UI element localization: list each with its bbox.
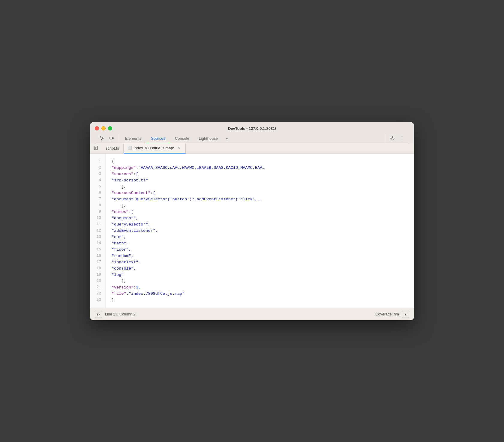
nav-left-icons <box>95 134 119 142</box>
code-line: "log" <box>112 272 414 278</box>
line-number: 11 <box>90 221 105 228</box>
title-bar: DevTools - 127.0.0.1:8081/ Elements <box>90 122 414 143</box>
file-icon: ⬜ <box>128 146 132 150</box>
minimize-button[interactable] <box>101 126 106 130</box>
code-line: "innerText", <box>112 259 414 265</box>
code-line: "file":"index.7808df6e.js.map" <box>112 291 414 297</box>
code-line: "document", <box>112 215 414 221</box>
tab-lighthouse[interactable]: Lighthouse <box>194 134 223 143</box>
menu-icon <box>400 136 404 141</box>
svg-rect-1 <box>112 138 113 139</box>
code-line: "num", <box>112 234 414 240</box>
traffic-lights <box>95 126 112 130</box>
cursor-icon <box>100 136 104 141</box>
line-number: 6 <box>90 190 105 196</box>
device-icon-btn[interactable] <box>107 134 116 142</box>
nav-right-icons <box>385 134 409 142</box>
line-number: 3 <box>90 171 105 177</box>
file-tab-script-ts[interactable]: script.ts <box>101 144 124 153</box>
code-line: "version":3, <box>112 284 414 291</box>
code-line: "querySelector", <box>112 221 414 228</box>
menu-button[interactable] <box>398 134 406 142</box>
code-line: "document.querySelector('button')?.addEv… <box>112 196 414 202</box>
svg-rect-0 <box>110 137 112 139</box>
line-number: 2 <box>90 165 105 171</box>
file-tabs: script.ts ⬜ index.7808df6e.js.map* ✕ <box>90 143 414 154</box>
code-line: "addEventListener", <box>112 228 414 234</box>
code-line: { <box>112 158 414 165</box>
code-line: ], <box>112 184 414 190</box>
svg-point-4 <box>402 138 402 139</box>
svg-point-5 <box>402 139 402 140</box>
code-line: "floor", <box>112 246 414 253</box>
svg-rect-7 <box>94 146 95 150</box>
code-line: ], <box>112 202 414 209</box>
line-number: 10 <box>90 215 105 221</box>
line-number: 22 <box>90 291 105 297</box>
line-number: 4 <box>90 177 105 184</box>
settings-icon <box>390 136 395 141</box>
line-number: 13 <box>90 234 105 240</box>
close-button[interactable] <box>95 126 99 130</box>
line-number: 17 <box>90 259 105 265</box>
status-bar: {} Line 23, Column 2 Coverage: n/a ▲ <box>90 308 414 320</box>
settings-button[interactable] <box>388 134 397 142</box>
code-line: ], <box>112 278 414 284</box>
maximize-button[interactable] <box>108 126 112 130</box>
close-tab-button[interactable]: ✕ <box>176 146 181 151</box>
line-number: 8 <box>90 202 105 209</box>
line-number: 5 <box>90 184 105 190</box>
coverage-info: Coverage: n/a <box>375 312 399 316</box>
code-line: "src/script.ts" <box>112 177 414 184</box>
code-line: "random", <box>112 253 414 259</box>
line-number: 12 <box>90 228 105 234</box>
line-number: 18 <box>90 265 105 272</box>
svg-point-2 <box>392 138 393 139</box>
line-number: 15 <box>90 246 105 253</box>
tab-console[interactable]: Console <box>170 134 194 143</box>
line-number: 1 <box>90 158 105 165</box>
line-number: 9 <box>90 209 105 215</box>
panel-toggle-button[interactable] <box>90 143 101 153</box>
code-line: "sources":[ <box>112 171 414 177</box>
tab-sources[interactable]: Sources <box>146 134 170 143</box>
line-number: 16 <box>90 253 105 259</box>
file-tab-index-map[interactable]: ⬜ index.7808df6e.js.map* ✕ <box>124 143 186 154</box>
code-line: "Math", <box>112 240 414 246</box>
cursor-icon-btn[interactable] <box>98 134 106 142</box>
nav-bar: Elements Sources Console Lighthouse » <box>95 134 409 143</box>
line-numbers: 1234567891011121314151617181920212223 <box>90 154 106 308</box>
code-line: "mappings":"AAAAA,SAASC,cAAc,WAAWC,iBAAi… <box>112 165 414 171</box>
devtools-window: DevTools - 127.0.0.1:8081/ Elements <box>90 122 414 320</box>
line-number: 20 <box>90 278 105 284</box>
panel-toggle-icon <box>94 146 98 150</box>
code-line: "names":[ <box>112 209 414 215</box>
code-line: "console", <box>112 265 414 272</box>
more-tabs-button[interactable]: » <box>223 134 231 143</box>
cursor-position: Line 23, Column 2 <box>105 312 135 316</box>
format-button[interactable]: {} <box>95 311 102 318</box>
window-title: DevTools - 127.0.0.1:8081/ <box>95 126 409 131</box>
line-number: 19 <box>90 272 105 278</box>
line-number: 14 <box>90 240 105 246</box>
device-icon <box>109 136 114 141</box>
line-number: 23 <box>90 297 105 303</box>
code-editor: 1234567891011121314151617181920212223 { … <box>90 154 414 308</box>
line-number: 21 <box>90 284 105 291</box>
code-line: "sourcesContent":[ <box>112 190 414 196</box>
line-number: 7 <box>90 196 105 202</box>
tab-elements[interactable]: Elements <box>120 134 146 143</box>
code-line: } <box>112 297 414 303</box>
code-content[interactable]: { "mappings":"AAAAA,SAASC,cAAc,WAAWC,iBA… <box>106 154 414 308</box>
drawer-button[interactable]: ▲ <box>402 311 409 318</box>
svg-point-3 <box>402 136 402 137</box>
